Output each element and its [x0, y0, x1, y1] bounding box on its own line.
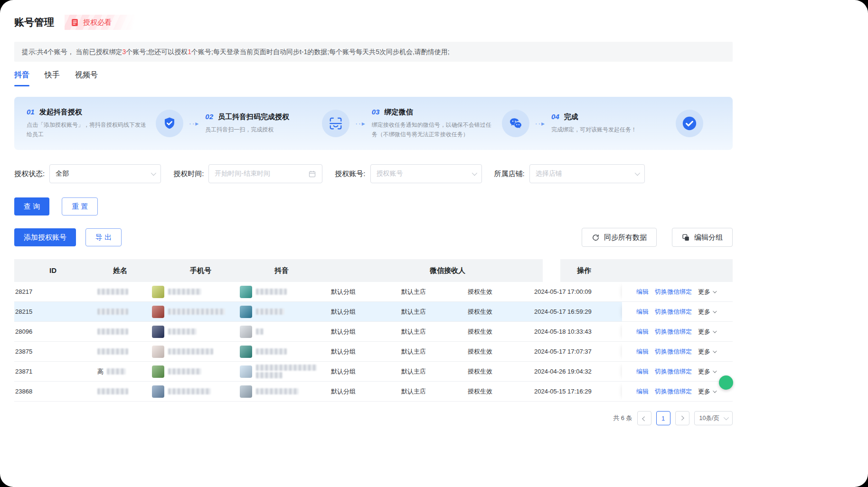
chevron-left-icon — [642, 416, 647, 421]
pagination: 共 6 条 1 10条/页 — [14, 411, 733, 425]
cell-store: 默认主店 — [394, 302, 458, 321]
redacted-text — [97, 328, 128, 335]
filter-label-status: 授权状态: — [14, 169, 45, 178]
floating-help-button[interactable] — [719, 375, 733, 390]
redacted-text — [107, 368, 126, 375]
cell-id: 28215 — [14, 302, 85, 321]
query-button[interactable]: 查 询 — [14, 197, 49, 215]
edit-link[interactable]: 编辑 — [636, 308, 649, 316]
cell-name: 高 — [85, 362, 152, 381]
step-1: 01 发起抖音授权 点击「添加授权账号」，将抖音授权码线下发送给员工 — [27, 108, 183, 140]
cell-id: 28096 — [14, 322, 85, 341]
chevron-down-icon — [151, 170, 156, 176]
cell-phone — [152, 282, 240, 301]
cell-status: 授权生效 — [458, 362, 525, 381]
edit-link[interactable]: 编辑 — [636, 288, 649, 296]
tab-douyin[interactable]: 抖音 — [14, 70, 29, 86]
edit-link[interactable]: 编辑 — [636, 328, 649, 336]
prev-page-button[interactable] — [637, 411, 651, 425]
table-row: 28217 默认分组 默认主店 授权生效 2024-05-17 17:00:09… — [14, 282, 733, 302]
chevron-down-icon — [472, 170, 477, 176]
cell-actions: 编辑 切换微信绑定 更多 — [622, 342, 733, 361]
avatar — [152, 326, 164, 338]
cell-group: 默认分组 — [328, 282, 394, 301]
more-link[interactable]: 更多 — [698, 387, 716, 396]
cell-group: 默认分组 — [328, 362, 394, 381]
cell-douyin — [240, 282, 328, 301]
filter-bar: 授权状态: 全部 授权时间: 开始时间-结束时间 授权账号: 授权账号 — [14, 164, 733, 183]
header-wechat-receiver: 微信接收人 — [430, 259, 465, 282]
account-management-page: 账号管理 授权必看 提示:共4个账号， 当前已授权绑定3个账号;您还可以授权1个… — [0, 0, 868, 487]
avatar — [240, 286, 252, 298]
switch-wechat-link[interactable]: 切换微信绑定 — [655, 328, 692, 336]
cell-group: 默认分组 — [328, 302, 394, 321]
cell-auth-time: 2024-04-26 19:04:32 — [525, 362, 622, 381]
avatar — [152, 306, 164, 318]
accounts-table: ID 姓名 手机号 抖音 微信接收人 操作 28217 默认分组 默认主店 授权… — [14, 259, 733, 402]
switch-wechat-link[interactable]: 切换微信绑定 — [655, 387, 692, 396]
step-title: 绑定微信 — [384, 108, 413, 117]
switch-wechat-link[interactable]: 切换微信绑定 — [655, 347, 692, 356]
dotted-arrow-icon: ··▸ — [189, 120, 199, 127]
edit-link[interactable]: 编辑 — [636, 367, 649, 376]
more-link[interactable]: 更多 — [698, 347, 716, 356]
table-row: 23868 默认分组 默认主店 授权生效 2024-05-15 17:16:29… — [14, 382, 733, 402]
cell-store: 默认主店 — [394, 382, 458, 401]
cell-auth-time: 2024-05-15 17:16:29 — [525, 382, 622, 401]
switch-wechat-link[interactable]: 切换微信绑定 — [655, 288, 692, 296]
chevron-down-icon — [713, 329, 717, 333]
redacted-text — [256, 348, 287, 355]
cell-phone — [152, 342, 240, 361]
cell-phone — [152, 322, 240, 341]
authorization-guide-badge[interactable]: 授权必看 — [65, 15, 136, 30]
step-4: 04 完成 完成绑定，可对该账号发起任务！ — [551, 110, 703, 137]
page-title: 账号管理 — [14, 16, 54, 29]
store-select[interactable]: 选择店铺 — [529, 164, 645, 183]
tab-shipinhao[interactable]: 视频号 — [75, 70, 98, 86]
cell-douyin — [240, 322, 328, 341]
refresh-icon — [592, 234, 600, 242]
header-douyin: 抖音 — [274, 259, 289, 282]
edit-link[interactable]: 编辑 — [636, 387, 649, 396]
chevron-down-icon — [713, 389, 717, 393]
step-number: 01 — [27, 108, 35, 116]
avatar — [152, 286, 164, 298]
add-auth-account-button[interactable]: 添加授权账号 — [14, 228, 76, 246]
auth-account-select[interactable]: 授权账号 — [370, 164, 482, 183]
document-icon — [70, 18, 79, 27]
more-link[interactable]: 更多 — [698, 328, 716, 336]
redacted-text — [168, 309, 225, 315]
header-id: ID — [49, 259, 57, 282]
cell-auth-time: 2024-05-17 17:00:09 — [525, 282, 622, 301]
dotted-arrow-icon: ··▸ — [355, 120, 366, 127]
step-desc: 员工抖音扫一扫，完成授权 — [205, 125, 314, 134]
dotted-arrow-icon: ··▸ — [535, 120, 546, 127]
page-size-select[interactable]: 10条/页 — [694, 411, 733, 425]
table-row: 28096 默认分组 默认主店 授权生效 2024-05-18 10:33:43… — [14, 322, 733, 342]
more-link[interactable]: 更多 — [698, 308, 716, 316]
avatar — [152, 385, 164, 398]
edit-link[interactable]: 编辑 — [636, 347, 649, 356]
chevron-down-icon — [713, 349, 717, 353]
tip-bar: 提示:共4个账号， 当前已授权绑定3个账号;您还可以授权1个账号;每天登录当前页… — [14, 42, 733, 62]
tab-kuaishou[interactable]: 快手 — [45, 70, 60, 86]
cell-store: 默认主店 — [394, 322, 458, 341]
redacted-text — [168, 368, 201, 375]
step-number: 04 — [551, 112, 559, 121]
reset-button[interactable]: 重 置 — [62, 197, 98, 215]
switch-wechat-link[interactable]: 切换微信绑定 — [655, 308, 692, 316]
more-link[interactable]: 更多 — [698, 288, 716, 296]
edit-group-button[interactable]: 编辑分组 — [672, 228, 733, 247]
page-number-button[interactable]: 1 — [656, 411, 670, 425]
switch-wechat-link[interactable]: 切换微信绑定 — [655, 367, 692, 376]
more-link[interactable]: 更多 — [698, 367, 716, 376]
redacted-text — [168, 289, 201, 295]
next-page-button[interactable] — [675, 411, 689, 425]
auth-time-range-input[interactable]: 开始时间-结束时间 — [208, 164, 322, 183]
auth-status-select[interactable]: 全部 — [49, 164, 161, 183]
redacted-text — [168, 348, 213, 355]
export-button[interactable]: 导 出 — [85, 228, 122, 246]
cell-douyin — [240, 362, 328, 381]
sync-all-button[interactable]: 同步所有数据 — [582, 228, 657, 247]
step-2: 02 员工抖音扫码完成授权 员工抖音扫一扫，完成授权 — [205, 110, 349, 137]
